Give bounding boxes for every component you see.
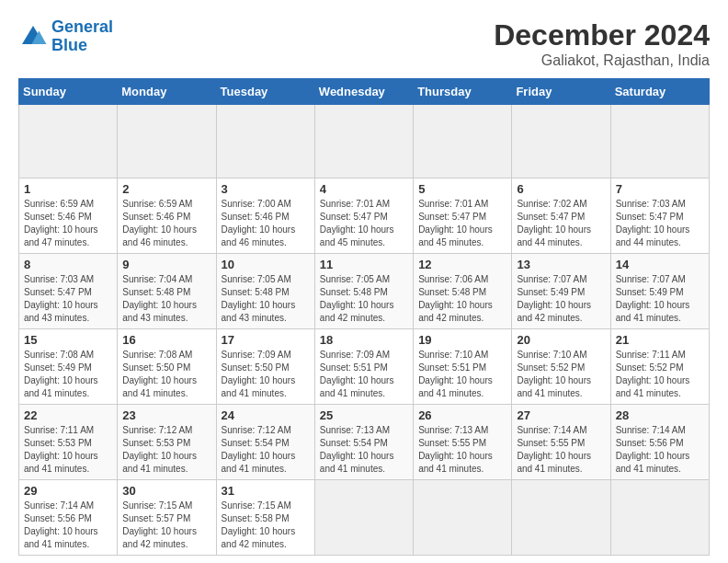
day-number: 25: [320, 408, 408, 422]
day-number: 23: [122, 408, 210, 422]
title-block: December 2024 Galiakot, Rajasthan, India: [494, 18, 710, 69]
day-info: Sunrise: 7:07 AM Sunset: 5:49 PM Dayligh…: [616, 273, 704, 325]
calendar-week-row: 1Sunrise: 6:59 AM Sunset: 5:46 PM Daylig…: [19, 178, 710, 254]
calendar-cell: 21Sunrise: 7:11 AM Sunset: 5:52 PM Dayli…: [610, 329, 709, 405]
calendar-week-row: 22Sunrise: 7:11 AM Sunset: 5:53 PM Dayli…: [19, 405, 710, 480]
calendar-cell: [610, 480, 709, 556]
calendar-cell: [118, 105, 216, 178]
day-number: 5: [418, 182, 506, 196]
day-number: 28: [616, 408, 704, 422]
weekday-header-monday: Monday: [118, 79, 216, 105]
calendar-cell: 14Sunrise: 7:07 AM Sunset: 5:49 PM Dayli…: [610, 254, 709, 329]
day-info: Sunrise: 7:10 AM Sunset: 5:51 PM Dayligh…: [418, 349, 506, 400]
day-number: 30: [122, 484, 210, 498]
month-title: December 2024: [494, 18, 710, 52]
day-number: 31: [222, 484, 310, 498]
calendar-cell: 6Sunrise: 7:02 AM Sunset: 5:47 PM Daylig…: [512, 178, 610, 254]
day-info: Sunrise: 7:01 AM Sunset: 5:47 PM Dayligh…: [320, 198, 408, 249]
day-number: 21: [616, 333, 704, 347]
calendar-week-row: 29Sunrise: 7:14 AM Sunset: 5:56 PM Dayli…: [19, 480, 710, 556]
calendar-cell: 23Sunrise: 7:12 AM Sunset: 5:53 PM Dayli…: [118, 405, 216, 480]
day-info: Sunrise: 7:05 AM Sunset: 5:48 PM Dayligh…: [320, 273, 408, 325]
calendar-cell: 18Sunrise: 7:09 AM Sunset: 5:51 PM Dayli…: [314, 329, 413, 405]
calendar-cell: 12Sunrise: 7:06 AM Sunset: 5:48 PM Dayli…: [414, 254, 512, 329]
day-info: Sunrise: 7:11 AM Sunset: 5:53 PM Dayligh…: [24, 424, 112, 476]
day-number: 8: [24, 258, 112, 271]
day-info: Sunrise: 7:03 AM Sunset: 5:47 PM Dayligh…: [24, 273, 112, 325]
calendar-cell: [414, 480, 512, 556]
calendar-cell: 17Sunrise: 7:09 AM Sunset: 5:50 PM Dayli…: [216, 329, 314, 405]
calendar-cell: 24Sunrise: 7:12 AM Sunset: 5:54 PM Dayli…: [216, 405, 314, 480]
day-number: 24: [222, 408, 310, 422]
calendar-cell: 28Sunrise: 7:14 AM Sunset: 5:56 PM Dayli…: [610, 405, 709, 480]
calendar-cell: [512, 480, 610, 556]
weekday-header-saturday: Saturday: [610, 79, 709, 105]
day-number: 2: [122, 182, 210, 196]
calendar-cell: [610, 105, 709, 178]
weekday-header-tuesday: Tuesday: [216, 79, 314, 105]
day-number: 17: [222, 333, 310, 347]
day-number: 16: [122, 333, 210, 347]
day-number: 22: [24, 408, 112, 422]
day-info: Sunrise: 7:04 AM Sunset: 5:48 PM Dayligh…: [122, 273, 210, 325]
day-info: Sunrise: 7:13 AM Sunset: 5:55 PM Dayligh…: [418, 424, 506, 476]
calendar-cell: 7Sunrise: 7:03 AM Sunset: 5:47 PM Daylig…: [610, 178, 709, 254]
day-number: 4: [320, 182, 408, 196]
day-number: 19: [418, 333, 506, 347]
weekday-header-row: SundayMondayTuesdayWednesdayThursdayFrid…: [19, 79, 710, 105]
calendar-cell: 19Sunrise: 7:10 AM Sunset: 5:51 PM Dayli…: [414, 329, 512, 405]
weekday-header-sunday: Sunday: [19, 79, 118, 105]
day-info: Sunrise: 6:59 AM Sunset: 5:46 PM Dayligh…: [122, 198, 210, 249]
logo-icon: [18, 22, 48, 52]
calendar-cell: [414, 105, 512, 178]
day-number: 20: [517, 333, 605, 347]
calendar-cell: 11Sunrise: 7:05 AM Sunset: 5:48 PM Dayli…: [314, 254, 413, 329]
day-info: Sunrise: 7:02 AM Sunset: 5:47 PM Dayligh…: [517, 198, 605, 249]
logo-text: General Blue: [51, 18, 113, 55]
day-number: 1: [24, 182, 112, 196]
day-info: Sunrise: 7:14 AM Sunset: 5:55 PM Dayligh…: [517, 424, 605, 476]
day-info: Sunrise: 7:08 AM Sunset: 5:50 PM Dayligh…: [122, 349, 210, 400]
day-info: Sunrise: 7:06 AM Sunset: 5:48 PM Dayligh…: [418, 273, 506, 325]
day-info: Sunrise: 7:11 AM Sunset: 5:52 PM Dayligh…: [616, 349, 704, 400]
weekday-header-friday: Friday: [512, 79, 610, 105]
calendar-cell: [512, 105, 610, 178]
day-number: 29: [24, 484, 112, 498]
calendar-cell: 31Sunrise: 7:15 AM Sunset: 5:58 PM Dayli…: [216, 480, 314, 556]
calendar-cell: 13Sunrise: 7:07 AM Sunset: 5:49 PM Dayli…: [512, 254, 610, 329]
day-info: Sunrise: 7:13 AM Sunset: 5:54 PM Dayligh…: [320, 424, 408, 476]
day-info: Sunrise: 7:09 AM Sunset: 5:51 PM Dayligh…: [320, 349, 408, 400]
day-info: Sunrise: 6:59 AM Sunset: 5:46 PM Dayligh…: [24, 198, 112, 249]
day-info: Sunrise: 7:10 AM Sunset: 5:52 PM Dayligh…: [517, 349, 605, 400]
day-info: Sunrise: 7:12 AM Sunset: 5:53 PM Dayligh…: [122, 424, 210, 476]
weekday-header-thursday: Thursday: [414, 79, 512, 105]
calendar-week-row: 8Sunrise: 7:03 AM Sunset: 5:47 PM Daylig…: [19, 254, 710, 329]
calendar-cell: 30Sunrise: 7:15 AM Sunset: 5:57 PM Dayli…: [118, 480, 216, 556]
calendar-cell: 2Sunrise: 6:59 AM Sunset: 5:46 PM Daylig…: [118, 178, 216, 254]
calendar-cell: [216, 105, 314, 178]
calendar-cell: 29Sunrise: 7:14 AM Sunset: 5:56 PM Dayli…: [19, 480, 118, 556]
calendar-cell: 5Sunrise: 7:01 AM Sunset: 5:47 PM Daylig…: [414, 178, 512, 254]
calendar-cell: 27Sunrise: 7:14 AM Sunset: 5:55 PM Dayli…: [512, 405, 610, 480]
calendar-cell: 8Sunrise: 7:03 AM Sunset: 5:47 PM Daylig…: [19, 254, 118, 329]
calendar-cell: [314, 480, 413, 556]
day-number: 12: [418, 258, 506, 271]
calendar-cell: 3Sunrise: 7:00 AM Sunset: 5:46 PM Daylig…: [216, 178, 314, 254]
day-info: Sunrise: 7:05 AM Sunset: 5:48 PM Dayligh…: [222, 273, 310, 325]
day-info: Sunrise: 7:12 AM Sunset: 5:54 PM Dayligh…: [222, 424, 310, 476]
day-info: Sunrise: 7:01 AM Sunset: 5:47 PM Dayligh…: [418, 198, 506, 249]
day-info: Sunrise: 7:14 AM Sunset: 5:56 PM Dayligh…: [616, 424, 704, 476]
calendar-cell: 22Sunrise: 7:11 AM Sunset: 5:53 PM Dayli…: [19, 405, 118, 480]
calendar-week-row: [19, 105, 710, 178]
day-number: 27: [517, 408, 605, 422]
location-subtitle: Galiakot, Rajasthan, India: [494, 52, 710, 69]
logo: General Blue: [18, 18, 113, 55]
calendar-cell: 26Sunrise: 7:13 AM Sunset: 5:55 PM Dayli…: [414, 405, 512, 480]
day-info: Sunrise: 7:15 AM Sunset: 5:57 PM Dayligh…: [122, 500, 210, 551]
calendar-cell: 9Sunrise: 7:04 AM Sunset: 5:48 PM Daylig…: [118, 254, 216, 329]
day-info: Sunrise: 7:14 AM Sunset: 5:56 PM Dayligh…: [24, 500, 112, 551]
day-info: Sunrise: 7:09 AM Sunset: 5:50 PM Dayligh…: [222, 349, 310, 400]
day-number: 7: [616, 182, 704, 196]
calendar-week-row: 15Sunrise: 7:08 AM Sunset: 5:49 PM Dayli…: [19, 329, 710, 405]
day-info: Sunrise: 7:15 AM Sunset: 5:58 PM Dayligh…: [222, 500, 310, 551]
